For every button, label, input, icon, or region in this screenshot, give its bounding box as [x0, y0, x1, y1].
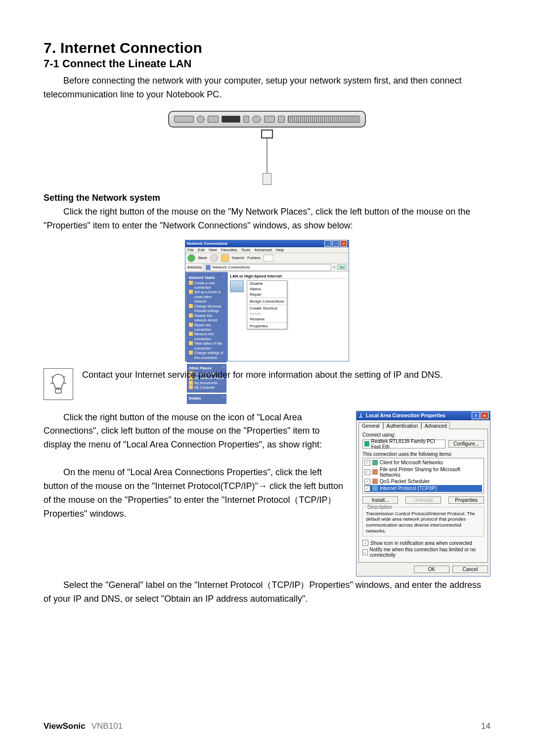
ctx-status[interactable]: Status	[247, 286, 287, 292]
close-button[interactable]: ×	[340, 240, 347, 247]
maximize-button[interactable]: □	[332, 240, 339, 247]
item-fileprint[interactable]: File and Printer Sharing for Microsoft N…	[380, 467, 482, 478]
menu-bar[interactable]: File Edit View Favorites Tools Advanced …	[185, 247, 349, 253]
up-button-icon[interactable]	[221, 254, 229, 262]
properties-button[interactable]: Properties	[448, 496, 484, 504]
back-label: Back	[198, 256, 207, 260]
menu-favorites[interactable]: Favorites	[221, 248, 237, 252]
usb-port-icon	[264, 116, 275, 123]
views-button-icon[interactable]	[264, 255, 273, 262]
window-title: Network Connections	[187, 241, 227, 246]
chapter-title: Internet Connection	[60, 40, 202, 56]
chapter-number: 7.	[44, 40, 56, 56]
tab-general[interactable]: General	[358, 422, 383, 429]
lan-icon: ⊥	[358, 413, 364, 419]
checkbox-icon[interactable]: ✓	[364, 486, 370, 491]
tab-advanced[interactable]: Advanced	[421, 422, 450, 429]
menu-edit[interactable]: Edit	[198, 248, 205, 252]
ctx-disable[interactable]: Disable	[247, 281, 287, 286]
dialog-title: Local Area Connection Properties	[366, 413, 445, 418]
menu-help[interactable]: Help	[276, 248, 284, 252]
address-label: Address	[187, 265, 202, 269]
description-text: Transmission Control Protocol/Internet P…	[366, 511, 481, 534]
tip-text: Contact your Internet service provider f…	[82, 368, 490, 382]
footer-page-number: 14	[481, 721, 490, 731]
show-icon-checkbox[interactable]: ✓	[362, 540, 368, 546]
page-footer: ViewSonicVNB101 14	[44, 721, 490, 731]
ok-button[interactable]: OK	[414, 566, 449, 573]
connect-using-label: Connect using:	[362, 432, 484, 438]
ctx-properties[interactable]: Properties	[247, 323, 287, 329]
svg-rect-0	[55, 389, 61, 393]
lac-properties-dialog: ⊥ Local Area Connection Properties ? × G…	[356, 411, 490, 577]
close-button[interactable]: ×	[481, 412, 489, 419]
ctx-shortcut[interactable]: Create Shortcut	[247, 306, 287, 311]
task-create-connection[interactable]: Create a new connection	[194, 281, 224, 290]
item-tcpip[interactable]: Internet Protocol (TCP/IP)	[380, 486, 437, 491]
forward-button-icon[interactable]	[210, 254, 218, 262]
network-connections-window: Network Connections _ □ × File Edit View…	[185, 240, 349, 361]
ctx-repair[interactable]: Repair	[247, 292, 287, 297]
task-view-status[interactable]: View status of this connection	[194, 341, 224, 351]
menu-advanced[interactable]: Advanced	[254, 248, 272, 252]
power-port-icon	[197, 116, 205, 123]
chevron-up-icon[interactable]: ˆ	[223, 275, 225, 280]
toolbar: Back Search Folders	[185, 253, 349, 264]
task-rename[interactable]: Rename this connection	[194, 332, 224, 341]
address-field[interactable]: Network Connections	[204, 264, 331, 271]
checkbox-icon[interactable]: ✓	[364, 469, 370, 475]
ctx-bridge[interactable]: Bridge Connections	[247, 299, 287, 304]
back-button-icon[interactable]	[187, 254, 195, 262]
section-heading: 7-1 Connect the Lineate LAN	[44, 57, 490, 70]
audio-port-icon	[252, 116, 261, 123]
tip-bulb-icon	[44, 368, 73, 400]
minimize-button[interactable]: _	[324, 240, 331, 247]
help-button[interactable]: ?	[472, 412, 480, 419]
task-repair[interactable]: Repair this connection	[194, 323, 224, 332]
menu-view[interactable]: View	[209, 248, 217, 252]
go-button[interactable]: Go	[337, 265, 347, 270]
notify-checkbox[interactable]: ✓	[362, 549, 368, 555]
laptop-rear-diagram	[168, 111, 366, 185]
section-title: Connect the Lineate LAN	[62, 57, 192, 70]
para-open-network-connections: Click the right button of the mouse on t…	[44, 205, 490, 233]
cancel-button[interactable]: Cancel	[452, 566, 488, 573]
tab-authentication[interactable]: Authentication	[383, 422, 421, 429]
menu-tools[interactable]: Tools	[241, 248, 251, 252]
intro-paragraph: Before connecting the network with your …	[44, 74, 490, 102]
ethernet-jack-icon	[261, 130, 273, 138]
search-label[interactable]: Search	[232, 256, 244, 260]
vga-port-icon	[208, 116, 219, 123]
task-firewall[interactable]: Change Windows Firewall settings	[194, 304, 224, 313]
task-change-settings[interactable]: Change settings of this connection	[194, 351, 224, 360]
lan-port-icon	[222, 116, 240, 123]
para-select-tcpip: On the menu of "Local Area Connections P…	[44, 466, 345, 521]
task-disable-device[interactable]: Disable this network device	[194, 313, 224, 323]
uninstall-button[interactable]: Uninstall	[405, 496, 441, 504]
menu-file[interactable]: File	[187, 248, 194, 252]
vent-icon	[288, 116, 360, 123]
para-select-general: Select the "General" label on the "Inter…	[44, 578, 490, 606]
subheading-setting-network: Setting the Network system	[44, 193, 490, 203]
chapter-heading: 7. Internet Connection	[44, 40, 490, 56]
items-list[interactable]: ✓Client for Microsoft Networks ✓File and…	[362, 458, 484, 493]
checkbox-icon[interactable]: ✓	[364, 460, 370, 466]
folders-label[interactable]: Folders	[247, 256, 261, 260]
ethernet-cable-icon	[267, 138, 267, 173]
footer-model: VNB101	[91, 721, 123, 731]
show-icon-label: Show icon in notification area when conn…	[370, 540, 472, 546]
lan-connection-icon[interactable]	[230, 280, 244, 292]
task-setup-home-network[interactable]: Set up a home or small office network	[194, 290, 224, 304]
item-qos[interactable]: QoS Packet Scheduler	[380, 479, 430, 484]
address-icon	[206, 265, 211, 270]
notify-label: Notify me when this connection has limit…	[370, 547, 484, 558]
ctx-rename[interactable]: Rename	[247, 316, 287, 322]
ctx-delete[interactable]: Delete	[247, 311, 287, 316]
configure-button[interactable]: Configure...	[448, 440, 484, 447]
para-open-lac-properties: Click the right button of the mouse on t…	[44, 411, 345, 452]
checkbox-icon[interactable]: ✓	[364, 479, 370, 485]
group-lan-header: LAN or High-Speed Internet	[230, 274, 347, 279]
item-client[interactable]: Client for Microsoft Networks	[380, 460, 443, 465]
adapter-field: Realtek RTL8139 Family PCI Fast Eth	[362, 440, 445, 448]
install-button[interactable]: Install...	[362, 496, 398, 504]
